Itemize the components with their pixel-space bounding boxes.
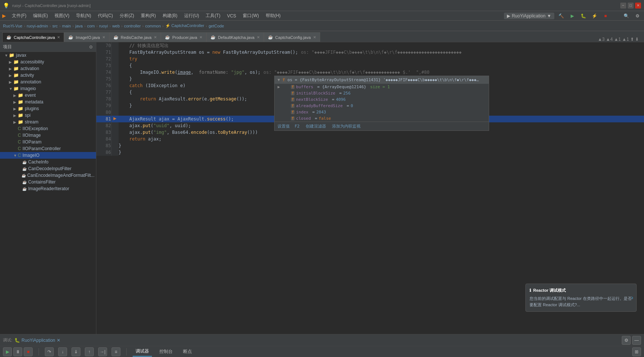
tab-defaultkaptcha[interactable]: ☕ DefaultKaptcha.java ✕ [206,32,263,42]
breadcrumb-java[interactable]: java [75,24,83,28]
run-to-cursor-button[interactable]: →| [98,347,107,356]
tree-item-iioparam[interactable]: C IIOParam [0,139,96,145]
tree-item-iioparamcontroller[interactable]: C IIOParamController [0,145,96,152]
set-value-button[interactable]: 设置值 F2 [278,123,300,129]
tree-item-event[interactable]: ▶ 📁 event [0,92,96,99]
tree-item-stream[interactable]: ▶ 📁 stream [0,119,96,125]
breadcrumb-main[interactable]: main [62,24,71,28]
build-button[interactable]: 🔨 [557,11,565,20]
tab-close-captchacontroller[interactable]: ✕ [57,35,60,39]
breadcrumb-controller[interactable]: controller [124,24,141,28]
tab-close-producer[interactable]: ✕ [199,35,202,39]
field-type-icon: f [291,91,295,95]
add-to-watches-button[interactable]: 添加为内联监视 [332,123,361,129]
breadcrumb-ruoyi[interactable]: ruoyi [99,24,108,28]
breadcrumb-ruoyiadmin[interactable]: ruoyi-admin [27,24,48,28]
run-config-selector[interactable]: ▶ RuoYiApplication ▼ [504,13,554,19]
search-everywhere-button[interactable]: 🔍 [622,11,631,20]
menu-code[interactable]: 代码(C) [95,12,116,20]
menu-help[interactable]: 帮助(H) [263,12,284,20]
menu-analyze[interactable]: 分析(Z) [117,12,137,20]
menu-tools[interactable]: 工具(T) [203,12,223,20]
menu-refactor[interactable]: 重构(R) [138,12,159,20]
tab-close-imageio[interactable]: ✕ [102,35,105,39]
stop-button[interactable]: ■ [601,11,610,20]
menu-build[interactable]: 构建(B) [160,12,180,20]
tab-close-defaultkaptcha[interactable]: ✕ [257,35,260,39]
tree-item-canencodeimageandformatfilter[interactable]: ☕ CanEncodeImageAndFormatFilt... [0,172,96,179]
coverage-button[interactable]: ⚡ [590,11,599,20]
tree-item-imagereaderiterator[interactable]: ☕ ImageReaderIterator [0,185,96,192]
breadcrumb-web[interactable]: web [112,24,120,28]
code-editor[interactable]: 70 // 转换流信息写出 71 FastByteArrayOutputStre… [96,42,644,334]
debug-field-initialblocksize[interactable]: f initialBlockSize = 256 [275,90,489,96]
debug-expand-icon[interactable]: ▼ [278,77,280,82]
menu-run[interactable]: 运行(U) [181,12,202,20]
menu-edit[interactable]: 编辑(E) [30,12,51,20]
tree-item-spi[interactable]: ▶ 📁 spi [0,112,96,119]
debug-field-nextblocksize[interactable]: f nextBlockSize = 4096 [275,96,489,103]
debug-field-alreadybufferedsize[interactable]: f alreadyBufferedSize = 0 [275,103,489,109]
tab-rediscache[interactable]: ☕ RedisCache.java ✕ [109,32,161,42]
tree-item-iioimage[interactable]: C IIOImage [0,132,96,139]
tree-item-annotation[interactable]: ▶ 📁 annotation [0,79,96,85]
step-into-button[interactable]: ↓ [58,347,67,356]
breadcrumb-src[interactable]: src [52,24,58,28]
debug-tab-debugger[interactable]: 调试器 [133,347,152,357]
breadcrumb-file[interactable]: ⚡ CaptchaController [165,23,205,28]
create-filter-button[interactable]: 创建渲滤器 [306,123,326,129]
settings-button[interactable]: ⚙ [633,11,642,20]
debug-tab-console[interactable]: 控制台 [156,347,176,356]
settings-debug-button[interactable]: ⚙ [622,336,631,345]
tree-item-activity[interactable]: ▶ 📁 activity [0,72,96,79]
field-type-icon: f [291,97,295,102]
restore-layout-button[interactable]: ⊞ [632,347,641,356]
tab-imageio[interactable]: ☕ ImageIO.java ✕ [64,32,109,42]
tree-item-activation[interactable]: ▶ 📁 activation [0,65,96,72]
tree-item-accessibility[interactable]: ▶ 📁 accessibility [0,59,96,65]
step-over-button[interactable]: ↷ [45,347,54,356]
maximize-button[interactable]: □ [628,3,634,9]
debug-session-selector[interactable]: 🐛 RuoYiApplication ✕ [14,338,60,343]
tree-item-candecodeinputfilter[interactable]: ☕ CanDecodeInputFilter [0,165,96,172]
tree-item-iioexception[interactable]: C IIOException [0,125,96,132]
debug-field-buffers[interactable]: ▶ f buffers = {ArrayDeque@12146} size = … [275,84,489,90]
resume-button[interactable]: ▶ [3,347,12,356]
sidebar-settings-icon[interactable]: ⚙ [89,44,93,50]
tree-item-plugins[interactable]: ▶ 📁 plugins [0,105,96,112]
breadcrumb-common[interactable]: common [145,24,161,28]
tab-captchaconfig[interactable]: ☕ CaptchaConfig.java ✕ [264,32,320,42]
step-out-button[interactable]: ↑ [85,347,94,356]
breadcrumb-ruoyivue[interactable]: RuoYi-Vue [3,24,22,28]
menu-view[interactable]: 视图(V) [52,12,72,20]
debug-tab-breakpoints[interactable]: 断点 [180,347,195,356]
evaluate-button[interactable]: ≡ [112,347,120,356]
breadcrumb-com[interactable]: com [87,24,95,28]
debug-field-index[interactable]: f index = 2843 [275,109,489,115]
tree-item-imageio-class[interactable]: ▼ C ImageIO [0,152,96,159]
breadcrumb-method[interactable]: getCode [209,24,224,28]
tree-item-imageio[interactable]: ▼ 📁 imageio [0,85,96,92]
debug-button[interactable]: 🐛 [579,11,588,20]
tree-item-metadata[interactable]: ▶ 📁 metadata [0,99,96,105]
menu-window[interactable]: 窗口(W) [240,12,262,20]
tab-producer[interactable]: ☕ Producer.java ✕ [161,32,206,42]
pause-button[interactable]: ⏸ [13,347,22,356]
run-button[interactable]: ▶ [568,11,577,20]
close-button[interactable]: ✕ [635,3,641,9]
menu-file[interactable]: 文件(F) [9,12,29,20]
tree-item-javax[interactable]: ▼ 📁 javax [0,52,96,59]
tree-item-cacheinfo[interactable]: ☕ CacheInfo [0,159,96,165]
stop-debug-button[interactable]: ■ [24,347,33,356]
force-step-into-button[interactable]: ⇓ [72,347,80,356]
minimize-button[interactable]: − [620,3,626,9]
menu-navigate[interactable]: 导航(N) [73,12,94,20]
tab-close-rediscache[interactable]: ✕ [154,35,157,39]
debug-field-closed[interactable]: f closed = false [275,115,489,122]
reactor-action-button[interactable]: › [631,294,633,301]
tab-close-captchaconfig[interactable]: ✕ [313,35,316,39]
collapse-debug-button[interactable]: — [632,336,641,345]
tree-item-containsfilter[interactable]: ☕ ContainsFilter [0,179,96,185]
menu-vcs[interactable]: VCS [224,13,239,19]
tab-captchacontroller[interactable]: ☕ CaptchaController.java ✕ [2,32,64,42]
